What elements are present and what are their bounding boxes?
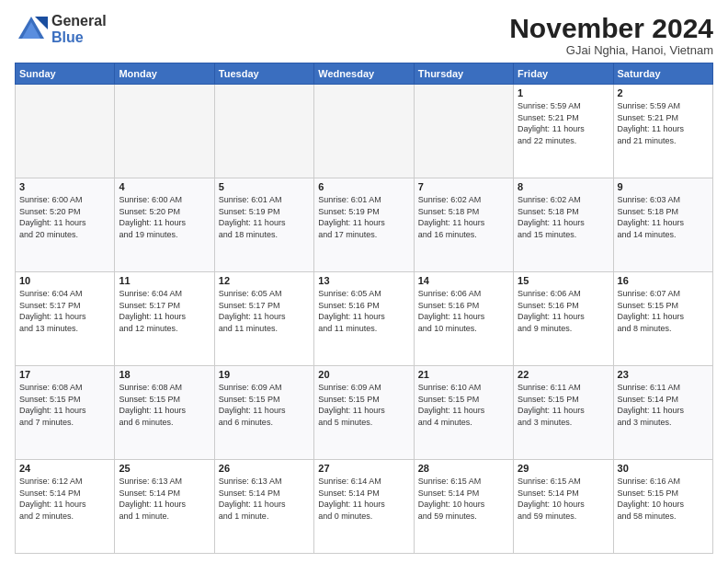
page: General Blue November 2024 GJai Nghia, H… [0,0,728,563]
day-info: Sunrise: 6:06 AMSunset: 5:16 PMDaylight:… [518,288,609,334]
day-number: 14 [418,275,509,286]
day-info: Sunrise: 6:01 AMSunset: 5:19 PMDaylight:… [219,194,310,240]
calendar-cell: 26Sunrise: 6:13 AMSunset: 5:14 PMDayligh… [214,460,313,554]
calendar-cell: 15Sunrise: 6:06 AMSunset: 5:16 PMDayligh… [514,272,613,366]
day-info: Sunrise: 6:11 AMSunset: 5:15 PMDaylight:… [518,382,609,428]
calendar-cell: 18Sunrise: 6:08 AMSunset: 5:15 PMDayligh… [115,366,214,460]
day-info: Sunrise: 6:05 AMSunset: 5:17 PMDaylight:… [219,288,310,334]
calendar-week-1: 1Sunrise: 5:59 AMSunset: 5:21 PMDaylight… [16,85,713,178]
day-info: Sunrise: 5:59 AMSunset: 5:21 PMDaylight:… [618,100,709,146]
day-number: 20 [318,369,409,380]
calendar-cell: 17Sunrise: 6:08 AMSunset: 5:15 PMDayligh… [16,366,115,460]
calendar-cell: 28Sunrise: 6:15 AMSunset: 5:14 PMDayligh… [414,460,513,554]
day-info: Sunrise: 6:03 AMSunset: 5:18 PMDaylight:… [618,194,709,240]
day-info: Sunrise: 6:13 AMSunset: 5:14 PMDaylight:… [219,476,310,522]
calendar-cell: 9Sunrise: 6:03 AMSunset: 5:18 PMDaylight… [613,178,712,272]
day-info: Sunrise: 6:01 AMSunset: 5:19 PMDaylight:… [318,194,409,240]
calendar-cell: 11Sunrise: 6:04 AMSunset: 5:17 PMDayligh… [115,272,214,366]
day-number: 7 [418,181,509,192]
calendar-cell: 3Sunrise: 6:00 AMSunset: 5:20 PMDaylight… [16,178,115,272]
day-number: 24 [19,463,110,474]
day-number: 4 [119,181,210,192]
calendar-cell: 5Sunrise: 6:01 AMSunset: 5:19 PMDaylight… [214,178,313,272]
day-info: Sunrise: 6:02 AMSunset: 5:18 PMDaylight:… [418,194,509,240]
day-info: Sunrise: 6:06 AMSunset: 5:16 PMDaylight:… [418,288,509,334]
day-info: Sunrise: 6:04 AMSunset: 5:17 PMDaylight:… [19,288,110,334]
day-number: 15 [518,275,609,286]
day-info: Sunrise: 6:00 AMSunset: 5:20 PMDaylight:… [19,194,110,240]
calendar-week-5: 24Sunrise: 6:12 AMSunset: 5:14 PMDayligh… [16,460,713,554]
calendar-cell: 25Sunrise: 6:13 AMSunset: 5:14 PMDayligh… [115,460,214,554]
day-info: Sunrise: 6:05 AMSunset: 5:16 PMDaylight:… [318,288,409,334]
header-monday: Monday [115,63,214,85]
header-tuesday: Tuesday [214,63,313,85]
day-number: 9 [618,181,709,192]
calendar-cell: 20Sunrise: 6:09 AMSunset: 5:15 PMDayligh… [314,366,414,460]
day-info: Sunrise: 6:14 AMSunset: 5:14 PMDaylight:… [318,476,409,522]
calendar-cell: 16Sunrise: 6:07 AMSunset: 5:15 PMDayligh… [613,272,712,366]
day-info: Sunrise: 6:10 AMSunset: 5:15 PMDaylight:… [418,382,509,428]
calendar-cell: 8Sunrise: 6:02 AMSunset: 5:18 PMDaylight… [514,178,613,272]
day-info: Sunrise: 5:59 AMSunset: 5:21 PMDaylight:… [518,100,609,146]
calendar-week-3: 10Sunrise: 6:04 AMSunset: 5:17 PMDayligh… [16,272,713,366]
day-number: 11 [119,275,210,286]
day-number: 26 [219,463,310,474]
day-info: Sunrise: 6:04 AMSunset: 5:17 PMDaylight:… [119,288,210,334]
day-info: Sunrise: 6:08 AMSunset: 5:15 PMDaylight:… [119,382,210,428]
calendar-cell [414,85,513,178]
logo-text: General Blue [51,13,107,45]
day-info: Sunrise: 6:09 AMSunset: 5:15 PMDaylight:… [219,382,310,428]
day-number: 6 [318,181,409,192]
logo-blue: Blue [51,29,107,46]
day-number: 17 [19,369,110,380]
subtitle: GJai Nghia, Hanoi, Vietnam [509,43,713,57]
calendar-cell: 27Sunrise: 6:14 AMSunset: 5:14 PMDayligh… [314,460,414,554]
calendar-table: Sunday Monday Tuesday Wednesday Thursday… [15,63,713,554]
day-number: 28 [418,463,509,474]
day-number: 19 [219,369,310,380]
calendar-cell: 29Sunrise: 6:15 AMSunset: 5:14 PMDayligh… [514,460,613,554]
calendar-cell [115,85,214,178]
day-number: 8 [518,181,609,192]
day-number: 12 [219,275,310,286]
header-wednesday: Wednesday [314,63,414,85]
calendar-cell: 24Sunrise: 6:12 AMSunset: 5:14 PMDayligh… [16,460,115,554]
calendar-week-4: 17Sunrise: 6:08 AMSunset: 5:15 PMDayligh… [16,366,713,460]
calendar-cell: 7Sunrise: 6:02 AMSunset: 5:18 PMDaylight… [414,178,513,272]
day-number: 2 [618,87,709,98]
logo-general: General [51,13,107,29]
logo: General Blue [15,13,107,46]
day-number: 22 [518,369,609,380]
day-number: 27 [318,463,409,474]
day-info: Sunrise: 6:16 AMSunset: 5:15 PMDaylight:… [618,476,709,522]
day-number: 3 [19,181,110,192]
calendar-cell: 30Sunrise: 6:16 AMSunset: 5:15 PMDayligh… [613,460,712,554]
day-info: Sunrise: 6:02 AMSunset: 5:18 PMDaylight:… [518,194,609,240]
day-info: Sunrise: 6:07 AMSunset: 5:15 PMDaylight:… [618,288,709,334]
day-number: 10 [19,275,110,286]
calendar-cell [314,85,414,178]
calendar-cell [214,85,313,178]
day-number: 5 [219,181,310,192]
day-number: 30 [618,463,709,474]
calendar-cell: 4Sunrise: 6:00 AMSunset: 5:20 PMDaylight… [115,178,214,272]
header-thursday: Thursday [414,63,513,85]
calendar-cell: 19Sunrise: 6:09 AMSunset: 5:15 PMDayligh… [214,366,313,460]
day-number: 13 [318,275,409,286]
main-title: November 2024 [509,13,713,43]
day-number: 25 [119,463,210,474]
header-saturday: Saturday [613,63,712,85]
day-info: Sunrise: 6:09 AMSunset: 5:15 PMDaylight:… [318,382,409,428]
day-info: Sunrise: 6:12 AMSunset: 5:14 PMDaylight:… [19,476,110,522]
calendar-cell: 23Sunrise: 6:11 AMSunset: 5:14 PMDayligh… [613,366,712,460]
day-number: 1 [518,87,609,98]
calendar-cell: 21Sunrise: 6:10 AMSunset: 5:15 PMDayligh… [414,366,513,460]
day-info: Sunrise: 6:15 AMSunset: 5:14 PMDaylight:… [418,476,509,522]
calendar-cell: 2Sunrise: 5:59 AMSunset: 5:21 PMDaylight… [613,85,712,178]
title-block: November 2024 GJai Nghia, Hanoi, Vietnam [509,13,713,57]
day-info: Sunrise: 6:11 AMSunset: 5:14 PMDaylight:… [618,382,709,428]
day-number: 23 [618,369,709,380]
calendar-cell: 14Sunrise: 6:06 AMSunset: 5:16 PMDayligh… [414,272,513,366]
calendar-cell: 10Sunrise: 6:04 AMSunset: 5:17 PMDayligh… [16,272,115,366]
calendar-cell: 13Sunrise: 6:05 AMSunset: 5:16 PMDayligh… [314,272,414,366]
